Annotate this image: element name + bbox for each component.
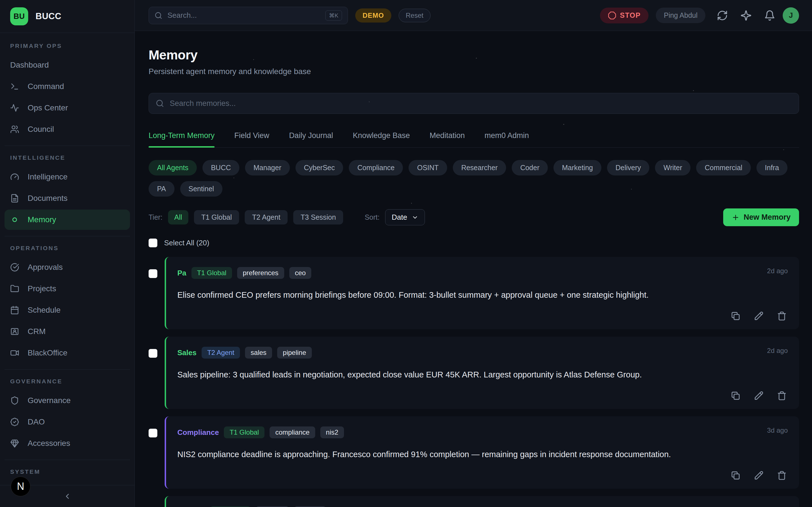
ai-sparkle-button[interactable] xyxy=(741,10,752,21)
edit-memory-button[interactable] xyxy=(754,311,763,321)
memory-cards-list: PaT1 Globalpreferencesceo2d agoElise con… xyxy=(149,257,799,507)
copy-memory-button[interactable] xyxy=(731,391,741,400)
sidebar-item-governance[interactable]: Governance xyxy=(4,390,130,411)
memory-card-pa: PaT1 Globalpreferencesceo2d agoElise con… xyxy=(165,257,799,329)
copy-memory-button[interactable] xyxy=(731,471,741,480)
agent-filter-infra[interactable]: Infra xyxy=(756,160,788,175)
sidebar-item-ops-center[interactable]: Ops Center xyxy=(4,98,130,118)
sidebar-item-schedule[interactable]: Schedule xyxy=(4,300,130,320)
app-logo: BU xyxy=(10,7,28,25)
agent-filter-coder[interactable]: Coder xyxy=(512,160,548,175)
sidebar-item-command[interactable]: Command xyxy=(4,76,130,97)
tab-field-view[interactable]: Field View xyxy=(234,131,269,147)
sidebar-item-projects[interactable]: Projects xyxy=(4,279,130,299)
terminal-icon xyxy=(10,82,19,91)
section-label: GOVERNANCE xyxy=(4,378,130,385)
refresh-button[interactable] xyxy=(717,10,728,21)
delete-memory-button[interactable] xyxy=(777,311,786,321)
memory-tag: sales xyxy=(245,347,272,358)
memory-checkbox[interactable] xyxy=(149,429,157,438)
search-icon xyxy=(156,99,164,108)
tab-knowledge-base[interactable]: Knowledge Base xyxy=(353,131,410,147)
sidebar-item-accessories[interactable]: Accessories xyxy=(4,433,130,453)
tab-daily-journal[interactable]: Daily Journal xyxy=(289,131,333,147)
agent-filter-osint[interactable]: OSINT xyxy=(409,160,447,175)
delete-memory-button[interactable] xyxy=(777,391,786,400)
agent-filter-sentinel[interactable]: Sentinel xyxy=(180,181,222,196)
agent-filter-compliance[interactable]: Compliance xyxy=(349,160,403,175)
sidebar-item-memory[interactable]: Memory xyxy=(4,210,130,230)
memory-timestamp: 2d ago xyxy=(767,267,788,275)
memory-card-row: FinanceT1 Globalfinancebudget3d ago xyxy=(149,496,799,507)
sort-select[interactable]: Date xyxy=(385,209,425,225)
file-text-icon xyxy=(10,194,19,203)
shield-icon xyxy=(10,396,19,405)
section-label: OPERATIONS xyxy=(4,245,130,251)
sidebar-item-label: Approvals xyxy=(28,263,63,272)
sidebar-item-dashboard[interactable]: Dashboard xyxy=(4,55,130,75)
edit-memory-button[interactable] xyxy=(754,391,763,400)
memory-checkbox[interactable] xyxy=(149,349,157,358)
sidebar-item-label: Projects xyxy=(28,284,56,293)
sidebar-item-blackoffice[interactable]: BlackOffice xyxy=(4,343,130,363)
memory-checkbox[interactable] xyxy=(149,269,157,278)
agent-filter-researcher[interactable]: Researcher xyxy=(453,160,506,175)
trash-icon xyxy=(777,471,786,480)
tier-filter-t1-global[interactable]: T1 Global xyxy=(194,210,239,224)
tier-filter-all[interactable]: All xyxy=(168,210,188,224)
agent-filter-writer[interactable]: Writer xyxy=(655,160,691,175)
ping-abdul-button[interactable]: Ping Abdul xyxy=(656,8,705,23)
stop-button[interactable]: STOP xyxy=(600,8,649,23)
select-all-checkbox[interactable] xyxy=(149,238,157,247)
chevron-down-icon xyxy=(412,214,418,221)
sidebar-item-council[interactable]: Council xyxy=(4,119,130,139)
tier-filter-t2-agent[interactable]: T2 Agent xyxy=(245,210,288,224)
tab-long-term-memory[interactable]: Long-Term Memory xyxy=(149,131,214,147)
tab-meditation[interactable]: Meditation xyxy=(430,131,465,147)
sidebar-item-documents[interactable]: Documents xyxy=(4,188,130,209)
stop-button-label: STOP xyxy=(620,11,641,19)
app-name: BUCC xyxy=(36,11,61,21)
tier-filter-t3-session[interactable]: T3 Session xyxy=(293,210,343,224)
sidebar-item-label: DAO xyxy=(28,417,45,427)
sidebar-item-dao[interactable]: DAO xyxy=(4,412,130,432)
topbar-icons xyxy=(717,10,775,21)
sidebar-item-approvals[interactable]: Approvals xyxy=(4,257,130,277)
agent-filter-cybersec[interactable]: CyberSec xyxy=(296,160,343,175)
copy-icon xyxy=(731,391,741,400)
edit-memory-button[interactable] xyxy=(754,471,763,480)
memory-timestamp: 3d ago xyxy=(767,427,788,434)
memory-search-input[interactable]: Search memories... xyxy=(149,93,799,114)
user-avatar[interactable]: J xyxy=(783,7,799,24)
reset-button[interactable]: Reset xyxy=(399,9,430,22)
sidebar-item-label: Documents xyxy=(28,194,68,203)
agent-filter-delivery[interactable]: Delivery xyxy=(607,160,649,175)
sidebar-item-intelligence[interactable]: Intelligence xyxy=(4,167,130,187)
agent-filter-pa[interactable]: PA xyxy=(149,181,174,196)
agent-filter-all-agents[interactable]: All Agents xyxy=(149,160,197,175)
agent-filter-commercial[interactable]: Commercial xyxy=(696,160,751,175)
id-card-icon xyxy=(10,327,19,336)
agent-filter-manager[interactable]: Manager xyxy=(245,160,290,175)
sparkle-icon xyxy=(741,10,752,21)
section-label: SYSTEM xyxy=(4,468,130,475)
nextjs-dev-badge[interactable]: N xyxy=(11,476,31,496)
section-label: INTELLIGENCE xyxy=(4,154,130,161)
page-title: Memory xyxy=(149,47,799,62)
tab-mem0-admin[interactable]: mem0 Admin xyxy=(485,131,529,147)
agent-filter-marketing[interactable]: Marketing xyxy=(553,160,601,175)
bell-icon xyxy=(764,10,775,21)
pencil-icon xyxy=(754,391,763,400)
copy-memory-button[interactable] xyxy=(731,311,741,321)
global-search-input[interactable]: Search... ⌘K xyxy=(149,7,348,24)
sidebar-section-operations: OPERATIONSApprovalsProjectsScheduleCRMBl… xyxy=(4,236,130,363)
new-memory-button[interactable]: New Memory xyxy=(723,209,799,226)
demo-badge: DEMO xyxy=(355,8,391,22)
agent-filter-bucc[interactable]: BUCC xyxy=(202,160,239,175)
delete-memory-button[interactable] xyxy=(777,471,786,480)
circle-icon xyxy=(10,215,19,224)
notifications-button[interactable] xyxy=(764,10,775,21)
memory-card-row: ComplianceT1 Globalcompliancenis23d agoN… xyxy=(149,416,799,489)
memory-agent-label: Compliance xyxy=(177,428,219,437)
sidebar-item-crm[interactable]: CRM xyxy=(4,321,130,342)
